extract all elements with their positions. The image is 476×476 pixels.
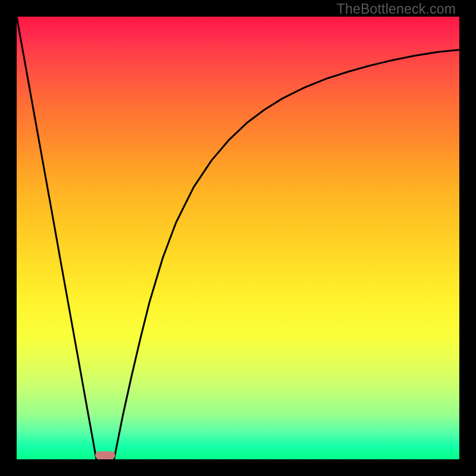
series-left-branch (17, 17, 96, 459)
floor-mark (95, 452, 115, 459)
curve-overlay (17, 17, 459, 459)
curve-right-branch (114, 50, 459, 459)
plot-area (17, 17, 459, 459)
curve-left-branch (17, 17, 96, 459)
chart-frame: TheBottleneck.com (0, 0, 476, 476)
watermark-text: TheBottleneck.com (337, 1, 456, 17)
series-right-branch (114, 50, 459, 459)
